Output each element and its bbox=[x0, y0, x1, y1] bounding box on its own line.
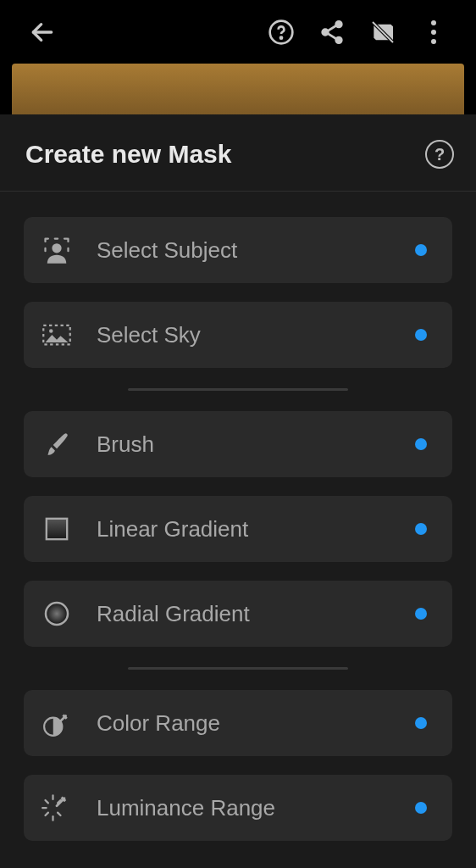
luminance-range-icon bbox=[39, 790, 75, 826]
select-subject-icon bbox=[39, 232, 75, 268]
color-range-icon bbox=[39, 705, 75, 741]
share-icon bbox=[318, 19, 346, 46]
question-mark-icon: ? bbox=[434, 145, 445, 164]
arrow-left-icon bbox=[29, 19, 56, 46]
indicator-dot bbox=[415, 244, 427, 256]
indicator-dot bbox=[415, 717, 427, 729]
help-circle-icon bbox=[268, 19, 295, 46]
photo-preview bbox=[12, 64, 464, 114]
panel-title: Create new Mask bbox=[25, 140, 231, 169]
svg-line-6 bbox=[328, 25, 337, 31]
indicator-dot bbox=[415, 523, 427, 535]
option-luminance-range[interactable]: Luminance Range bbox=[24, 775, 452, 841]
share-button[interactable] bbox=[307, 7, 357, 58]
option-label: Brush bbox=[97, 431, 415, 458]
no-image-icon bbox=[369, 19, 396, 46]
svg-line-7 bbox=[328, 33, 337, 39]
indicator-dot bbox=[415, 438, 427, 450]
brush-icon bbox=[39, 426, 75, 462]
panel-header: Create new Mask ? bbox=[0, 114, 476, 192]
back-button[interactable] bbox=[17, 7, 68, 58]
panel-help-button[interactable]: ? bbox=[425, 140, 454, 169]
option-label: Color Range bbox=[97, 710, 415, 737]
radial-gradient-icon bbox=[39, 596, 75, 632]
svg-point-10 bbox=[49, 329, 53, 333]
option-label: Linear Gradient bbox=[97, 516, 415, 542]
more-vertical-icon bbox=[431, 20, 436, 44]
mask-options-list: Select Subject Select Sky bbox=[0, 192, 476, 841]
select-sky-icon bbox=[39, 317, 75, 353]
more-button[interactable] bbox=[408, 7, 459, 58]
svg-point-12 bbox=[46, 603, 68, 625]
indicator-dot bbox=[415, 802, 427, 814]
option-linear-gradient[interactable]: Linear Gradient bbox=[24, 496, 452, 562]
svg-point-8 bbox=[52, 243, 61, 253]
option-select-sky[interactable]: Select Sky bbox=[24, 302, 452, 368]
no-image-button[interactable] bbox=[357, 7, 408, 58]
option-color-range[interactable]: Color Range bbox=[24, 690, 452, 756]
svg-line-20 bbox=[58, 813, 60, 815]
indicator-dot bbox=[415, 329, 427, 341]
svg-rect-11 bbox=[47, 519, 67, 539]
option-label: Select Subject bbox=[97, 237, 415, 264]
create-mask-panel: Create new Mask ? Select Subject bbox=[0, 114, 476, 868]
option-label: Select Sky bbox=[97, 322, 415, 348]
option-brush[interactable]: Brush bbox=[24, 411, 452, 477]
svg-line-17 bbox=[46, 800, 48, 803]
option-select-subject[interactable]: Select Subject bbox=[24, 217, 452, 283]
option-radial-gradient[interactable]: Radial Gradient bbox=[24, 581, 452, 647]
svg-point-2 bbox=[280, 36, 282, 38]
svg-line-18 bbox=[46, 813, 48, 815]
linear-gradient-icon bbox=[39, 511, 75, 547]
help-button[interactable] bbox=[256, 7, 307, 58]
option-label: Luminance Range bbox=[97, 795, 415, 821]
divider bbox=[128, 388, 348, 391]
divider bbox=[128, 667, 348, 670]
indicator-dot bbox=[415, 608, 427, 620]
option-label: Radial Gradient bbox=[97, 601, 415, 627]
top-toolbar bbox=[0, 0, 476, 64]
